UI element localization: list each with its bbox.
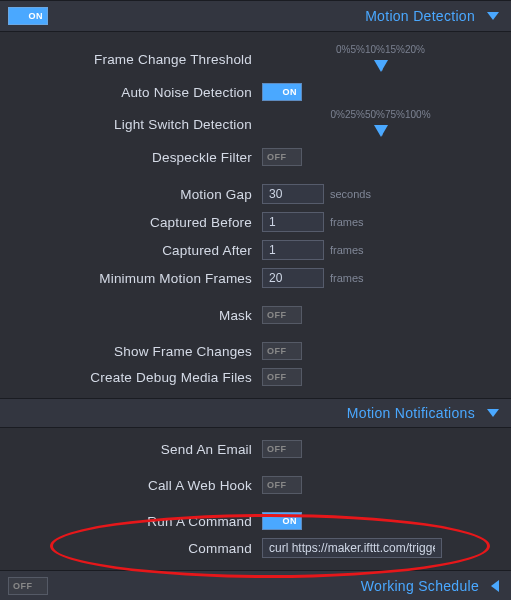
unit-label: frames [330,244,364,256]
section-title: Motion Detection [365,8,475,24]
label: Captured After [12,243,252,258]
label: Send An Email [12,442,252,457]
light-switch-detection-slider[interactable]: 0% 25% 50% 75% 100% [262,109,499,140]
label: Call A Web Hook [12,478,252,493]
section-header-working-schedule[interactable]: OFF Working Schedule [0,570,511,600]
show-frame-changes-toggle[interactable]: OFF [262,342,302,360]
slider-thumb-icon[interactable] [374,125,388,137]
label: Motion Gap [12,187,252,202]
row-mask: Mask OFF [0,302,511,328]
motion-notifications-body: Send An Email OFF Call A Web Hook OFF Ru… [0,428,511,570]
row-run-a-command: Run A Command ON [0,508,511,534]
label: Captured Before [12,215,252,230]
row-captured-before: Captured Before frames [0,208,511,236]
label: Light Switch Detection [12,117,252,132]
label: Despeckle Filter [12,150,252,165]
label: Command [12,541,252,556]
row-send-an-email: Send An Email OFF [0,436,511,462]
row-despeckle-filter: Despeckle Filter OFF [0,144,511,170]
section-header-motion-detection[interactable]: ON Motion Detection [0,0,511,32]
motion-detection-body: Frame Change Threshold 0% 5% 10% 15% 20%… [0,32,511,398]
mask-toggle[interactable]: OFF [262,306,302,324]
run-a-command-toggle[interactable]: ON [262,512,302,530]
working-schedule-master-toggle[interactable]: OFF [8,577,48,595]
chevron-left-icon [491,580,499,592]
label: Run A Command [12,514,252,529]
label: Show Frame Changes [12,344,252,359]
unit-label: frames [330,216,364,228]
minimum-motion-frames-input[interactable] [262,268,324,288]
slider-ticks: 0% 5% 10% 15% 20% [334,44,427,55]
captured-after-input[interactable] [262,240,324,260]
motion-gap-input[interactable] [262,184,324,204]
row-auto-noise-detection: Auto Noise Detection ON [0,79,511,105]
captured-before-input[interactable] [262,212,324,232]
label: Auto Noise Detection [12,85,252,100]
frame-change-threshold-slider[interactable]: 0% 5% 10% 15% 20% [262,44,499,75]
row-light-switch-detection: Light Switch Detection 0% 25% 50% 75% 10… [0,105,511,144]
unit-label: seconds [330,188,371,200]
chevron-down-icon [487,12,499,20]
label: Minimum Motion Frames [12,271,252,286]
send-an-email-toggle[interactable]: OFF [262,440,302,458]
row-frame-change-threshold: Frame Change Threshold 0% 5% 10% 15% 20% [0,40,511,79]
despeckle-filter-toggle[interactable]: OFF [262,148,302,166]
label: Frame Change Threshold [12,52,252,67]
slider-thumb-icon[interactable] [374,60,388,72]
call-a-web-hook-toggle[interactable]: OFF [262,476,302,494]
row-captured-after: Captured After frames [0,236,511,264]
row-create-debug-media-files: Create Debug Media Files OFF [0,364,511,390]
row-minimum-motion-frames: Minimum Motion Frames frames [0,264,511,292]
unit-label: frames [330,272,364,284]
section-header-motion-notifications[interactable]: Motion Notifications [0,398,511,428]
row-command: Command [0,534,511,562]
create-debug-media-files-toggle[interactable]: OFF [262,368,302,386]
auto-noise-detection-toggle[interactable]: ON [262,83,302,101]
command-input[interactable] [262,538,442,558]
chevron-down-icon [487,409,499,417]
section-title: Working Schedule [361,578,479,594]
row-motion-gap: Motion Gap seconds [0,180,511,208]
slider-ticks: 0% 25% 50% 75% 100% [328,109,432,120]
row-call-a-web-hook: Call A Web Hook OFF [0,472,511,498]
section-title: Motion Notifications [347,405,475,421]
label: Mask [12,308,252,323]
row-show-frame-changes: Show Frame Changes OFF [0,338,511,364]
motion-detection-master-toggle[interactable]: ON [8,7,48,25]
label: Create Debug Media Files [12,370,252,385]
